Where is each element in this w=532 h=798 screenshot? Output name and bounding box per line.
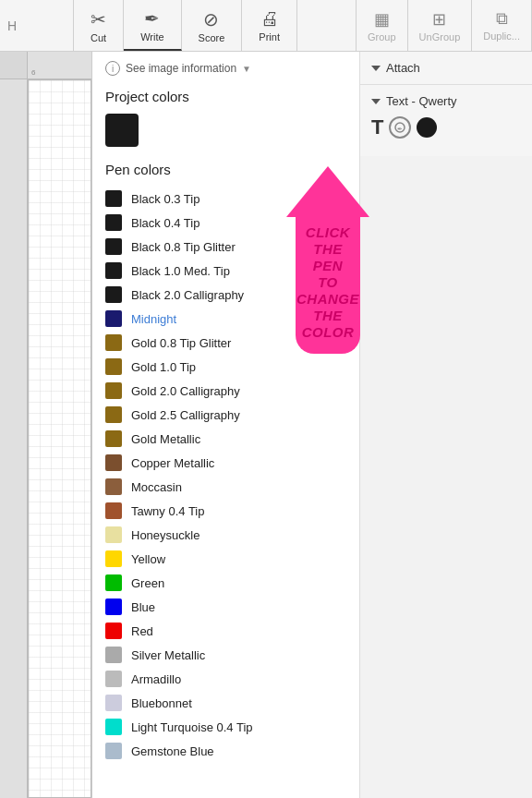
color-swatch <box>105 262 122 279</box>
color-list-item[interactable]: Gold 0.8 Tip Glitter <box>105 331 346 355</box>
score-label: Score <box>199 32 225 43</box>
color-name: Midnight <box>131 312 176 326</box>
color-list-item[interactable]: Gold 2.5 Calligraphy <box>105 403 346 427</box>
canvas-area[interactable] <box>28 79 91 798</box>
color-list-item[interactable]: Black 1.0 Med. Tip <box>105 259 346 283</box>
color-swatch <box>105 743 122 759</box>
color-list-item[interactable]: Black 2.0 Calligraphy <box>105 283 346 307</box>
color-list-item[interactable]: Tawny 0.4 Tip <box>105 499 346 523</box>
attach-label: Attach <box>386 61 420 75</box>
toolbar-tabs: ✂ Cut ✒ Write ⊘ Score 🖨 Print <box>74 0 356 51</box>
pen-colors-title: Pen colors <box>105 162 346 177</box>
color-swatch <box>105 310 122 327</box>
color-list-item[interactable]: Silver Metallic <box>105 643 346 667</box>
color-list-item[interactable]: Moccasin <box>105 475 346 499</box>
color-swatch <box>105 190 122 207</box>
color-swatch <box>105 623 122 639</box>
pen-icon: ✒ <box>394 122 405 133</box>
ungroup-label: UnGroup <box>419 31 461 42</box>
color-swatch <box>105 647 122 663</box>
tab-print[interactable]: 🖨 Print <box>242 0 297 51</box>
pen-color-circle[interactable] <box>417 117 437 138</box>
project-color-swatch[interactable] <box>105 114 139 147</box>
color-name: Green <box>131 576 164 590</box>
write-icon: ✒ <box>144 7 160 30</box>
info-icon: i <box>105 61 120 76</box>
color-list-item[interactable]: Gold Metallic <box>105 427 346 451</box>
text-qwerty-header: Text - Qwerty <box>371 94 521 108</box>
color-list-item[interactable]: Armadillo <box>105 667 346 691</box>
color-name: Yellow <box>131 552 165 566</box>
ruler-corner <box>0 52 28 79</box>
center-panel: i See image information ▼ Project colors… <box>92 52 360 798</box>
color-list-item[interactable]: Black 0.8 Tip Glitter <box>105 235 346 259</box>
left-panel: 6 <box>0 52 92 798</box>
print-icon: 🖨 <box>260 8 279 30</box>
text-qwerty-section: Text - Qwerty T ✒ <box>360 85 532 156</box>
info-text: See image information <box>126 62 236 75</box>
text-controls: T ✒ <box>371 115 521 139</box>
group-button[interactable]: ▦ Group <box>357 0 408 51</box>
tab-write[interactable]: ✒ Write <box>124 0 181 51</box>
color-name: Red <box>131 624 153 638</box>
write-label: Write <box>140 31 163 42</box>
color-list-item[interactable]: Gold 2.0 Calligraphy <box>105 379 346 403</box>
color-list-item[interactable]: Light Turquoise 0.4 Tip <box>105 715 346 739</box>
main-area: 6 i See image information ▼ Project colo… <box>0 52 532 798</box>
color-list-item[interactable]: Gemstone Blue <box>105 739 346 763</box>
color-swatch <box>105 358 122 375</box>
info-chevron-icon: ▼ <box>242 64 251 74</box>
canvas-grid <box>29 80 91 797</box>
color-swatch <box>105 598 122 615</box>
color-swatch <box>105 526 122 543</box>
duplicate-icon: ⧉ <box>496 9 508 29</box>
tab-score[interactable]: ⊘ Score <box>182 0 243 51</box>
color-list: Black 0.3 TipBlack 0.4 TipBlack 0.8 Tip … <box>105 187 346 763</box>
color-name: Gemstone Blue <box>131 744 214 758</box>
tab-cut[interactable]: ✂ Cut <box>74 0 124 51</box>
color-list-item[interactable]: Gold 1.0 Tip <box>105 355 346 379</box>
color-swatch <box>105 238 122 255</box>
project-colors-title: Project colors <box>105 89 346 104</box>
info-bar[interactable]: i See image information ▼ <box>105 61 346 76</box>
color-list-item[interactable]: Copper Metallic <box>105 451 346 475</box>
color-swatch <box>105 406 122 423</box>
pen-tool-button[interactable]: ✒ <box>389 116 411 139</box>
color-name: Gold Metallic <box>131 432 200 446</box>
color-name: Gold 2.0 Calligraphy <box>131 384 240 398</box>
color-list-item[interactable]: Bluebonnet <box>105 691 346 715</box>
cut-icon: ✂ <box>91 8 106 30</box>
score-icon: ⊘ <box>203 8 219 30</box>
color-name: Black 0.8 Tip Glitter <box>131 240 236 254</box>
color-list-item[interactable]: Yellow <box>105 547 346 571</box>
attach-chevron-icon <box>371 66 381 71</box>
color-name: Black 0.4 Tip <box>131 216 200 230</box>
color-name: Black 1.0 Med. Tip <box>131 264 230 278</box>
color-swatch <box>105 214 122 231</box>
color-list-item[interactable]: Blue <box>105 595 346 619</box>
color-list-item[interactable]: Red <box>105 619 346 643</box>
ungroup-button[interactable]: ⊞ UnGroup <box>408 0 473 51</box>
print-label: Print <box>259 31 280 42</box>
text-qwerty-chevron-icon <box>371 99 381 104</box>
ruler-horizontal: 6 <box>28 52 91 79</box>
text-t-icon: T <box>371 115 383 139</box>
color-list-item[interactable]: Midnight <box>105 307 346 331</box>
color-name: Moccasin <box>131 480 182 494</box>
duplicate-button[interactable]: ⧉ Duplic... <box>472 0 532 51</box>
attach-header: Attach <box>371 61 521 75</box>
toolbar-right: ▦ Group ⊞ UnGroup ⧉ Duplic... <box>356 0 532 51</box>
color-name: Tawny 0.4 Tip <box>131 504 205 518</box>
color-list-item[interactable]: Green <box>105 571 346 595</box>
group-label: Group <box>368 31 396 42</box>
color-swatch <box>105 382 122 399</box>
ruler-h-number: 6 <box>31 68 35 77</box>
color-list-item[interactable]: Black 0.3 Tip <box>105 187 346 211</box>
color-swatch <box>105 502 122 519</box>
color-name: Bluebonnet <box>131 696 192 710</box>
color-list-item[interactable]: Honeysuckle <box>105 523 346 547</box>
color-list-item[interactable]: Black 0.4 Tip <box>105 211 346 235</box>
attach-section: Attach <box>360 52 532 85</box>
svg-text:✒: ✒ <box>397 126 403 132</box>
toolbar-left: H <box>0 0 74 51</box>
